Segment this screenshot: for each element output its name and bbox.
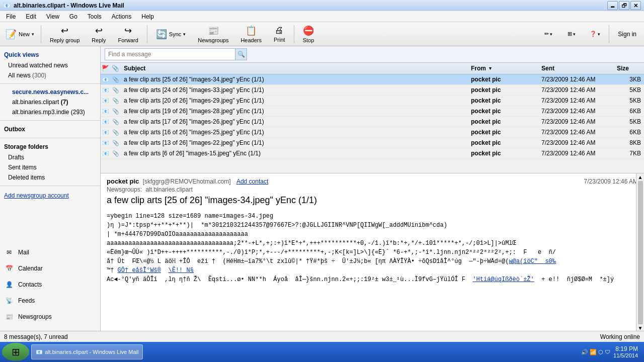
preview-add-contact-link[interactable]: Add contact xyxy=(236,178,268,185)
reply-group-button[interactable]: ↩ Reply group xyxy=(44,24,85,45)
tray-icons: 🔊 📶 ⬡ 🛡 xyxy=(581,349,610,355)
scrollbar-down-arrow[interactable]: ▼ xyxy=(638,325,643,331)
attachment-icon: 📎 xyxy=(112,108,119,114)
forward-button[interactable]: ↪ Forward xyxy=(112,24,143,45)
menu-view[interactable]: View xyxy=(42,12,63,21)
scrollbar-thumb[interactable] xyxy=(638,181,643,324)
close-button[interactable]: ✕ xyxy=(630,1,641,10)
newsgroups-button[interactable]: 📰 Newsgroups xyxy=(192,24,234,45)
stop-button[interactable]: ⛔ Stop xyxy=(297,24,320,45)
sidebar-server[interactable]: secure.news.easynews.c... xyxy=(0,87,100,97)
table-row[interactable]: 📧 📎 a few clip arts [19 of 26] "images-2… xyxy=(101,106,644,117)
sidebar-divider-3 xyxy=(0,138,100,138)
size-text: 3KB xyxy=(629,76,641,83)
attachment-icon: 📎 xyxy=(112,87,119,93)
clock-date: 11/5/2014 xyxy=(613,352,638,358)
attachment-icon: 📎 xyxy=(112,140,119,146)
size-text: 7KB xyxy=(629,150,641,157)
online-status: Working online xyxy=(600,333,640,340)
nav-mail-label: Mail xyxy=(18,249,29,256)
from-text: pocket pic xyxy=(471,97,501,104)
menu-actions[interactable]: Actions xyxy=(108,12,135,21)
row-attach: 📎 xyxy=(111,138,121,147)
add-newsgroup-link[interactable]: Add newsgroup account xyxy=(0,189,100,202)
search-button[interactable]: 🔍 xyxy=(235,48,247,60)
sidebar-item-unread-watched[interactable]: Unread watched news xyxy=(0,60,100,70)
start-button[interactable]: ⊞ xyxy=(2,343,29,361)
sign-in-button[interactable]: Sign in xyxy=(612,24,642,45)
menu-edit[interactable]: Edit xyxy=(22,12,40,21)
row-from: pocket pic xyxy=(468,74,538,84)
body-link-3[interactable]: \Ẽ!! N§ xyxy=(168,267,193,274)
header-from-col[interactable]: From ▼ xyxy=(468,63,538,74)
print-button[interactable]: 🖨 Print xyxy=(268,24,291,45)
body-link-4[interactable]: 'Htiá@úqIßðèò`±Ž' xyxy=(472,276,534,283)
from-text: pocket pic xyxy=(471,139,501,146)
table-row[interactable]: 📧 📎 a few clip arts [13 of 26] "images-2… xyxy=(101,138,644,148)
envelope-icon: 📧 xyxy=(102,108,109,114)
sync-button[interactable]: 🔄 Sync ▾ xyxy=(150,24,191,45)
nav-contacts[interactable]: 👤 Contacts xyxy=(0,278,100,292)
attachment-icon: 📎 xyxy=(112,129,119,135)
help-arrow: ▾ xyxy=(598,32,600,37)
row-icon: 📧 xyxy=(101,149,111,158)
header-subject-col[interactable]: Subject xyxy=(121,63,468,74)
new-button[interactable]: 📝 New ▾ xyxy=(2,24,38,45)
edit-toolbar-button[interactable]: ✏ ▾ xyxy=(537,24,559,45)
row-subject: a few clip arts [24 of 26] "images-33.jp… xyxy=(121,85,468,95)
layout-button[interactable]: ⊞ ▾ xyxy=(560,24,583,45)
help-button[interactable]: ❓ ▾ xyxy=(584,24,606,45)
reply-button[interactable]: ↩ Reply xyxy=(86,24,111,45)
toolbar-separator-1 xyxy=(41,25,41,43)
sidebar-item-deleted[interactable]: Deleted items xyxy=(0,172,100,183)
maximize-button[interactable]: 🗗 xyxy=(619,1,629,10)
table-row[interactable]: 📧 📎 a few clip arts [20 of 26] "images-2… xyxy=(101,96,644,106)
sidebar-item-sent[interactable]: Sent items xyxy=(0,162,100,172)
table-row[interactable]: 📧 📎 a few clip arts [24 of 26] "images-3… xyxy=(101,85,644,96)
row-sent: 7/23/2009 12:46 AM xyxy=(538,138,614,148)
sent-text: 7/23/2009 12:46 AM xyxy=(541,118,595,125)
table-row[interactable]: 📧 📎 a few clip arts [17 of 26] "images-2… xyxy=(101,117,644,127)
message-list-header: 🚩 📎 Subject From ▼ Sent Size xyxy=(101,63,644,74)
body-link-2[interactable]: GÔ† eåšÎ°Wš® xyxy=(118,267,161,274)
taskbar-app-button[interactable]: 📧 alt.binaries.clipart - Windows Live Ma… xyxy=(31,344,143,359)
header-sent-col[interactable]: Sent xyxy=(538,63,614,74)
menu-go[interactable]: Go xyxy=(65,12,82,21)
header-size-col[interactable]: Size xyxy=(614,63,644,74)
message-area: 🔍 🚩 📎 Subject From ▼ Sent Size 📧 📎 xyxy=(101,46,644,331)
sidebar-item-alt-binaries-mp3-indie[interactable]: alt.binaries.mp3.indie (293) xyxy=(0,107,100,117)
row-size: 6KB xyxy=(614,106,644,116)
sidebar-item-all-news[interactable]: All news (300) xyxy=(0,70,100,80)
search-input[interactable] xyxy=(105,48,235,60)
row-sent: 7/23/2009 12:46 AM xyxy=(538,74,614,84)
edit-toolbar-icon: ✏ xyxy=(544,31,549,37)
message-list: 🚩 📎 Subject From ▼ Sent Size 📧 📎 a few c… xyxy=(101,63,644,173)
preview-scrollbar[interactable]: ▲ ▼ xyxy=(636,173,644,331)
nav-newsgroups[interactable]: 📰 Newsgroups xyxy=(0,310,100,324)
sidebar-item-drafts[interactable]: Drafts xyxy=(0,152,100,162)
nav-feeds[interactable]: 📡 Feeds xyxy=(0,294,100,308)
header-attach-col: 📎 xyxy=(111,63,121,74)
size-text: 6KB xyxy=(629,129,641,136)
outbox-label[interactable]: Outbox xyxy=(0,124,100,135)
nav-mail[interactable]: ✉ Mail xyxy=(0,245,100,259)
sidebar-item-alt-binaries-clipart[interactable]: alt.binaries.clipart (7) xyxy=(0,97,100,107)
table-row[interactable]: 📧 📎 a few clip arts [25 of 26] "images-3… xyxy=(101,74,644,85)
table-row[interactable]: 📧 📎 a few clip arts [16 of 26] "images-2… xyxy=(101,127,644,138)
body-link-1[interactable]: w@a(îöC" s0‰ xyxy=(509,258,556,265)
row-subject: a few clip arts [20 of 26] "images-29.jp… xyxy=(121,96,468,106)
clock-display: 8:19 PM 11/5/2014 xyxy=(613,345,638,358)
menu-file[interactable]: File xyxy=(2,12,20,21)
menu-tools[interactable]: Tools xyxy=(84,12,106,21)
nav-calendar[interactable]: 📅 Calendar xyxy=(0,261,100,276)
size-text: 8KB xyxy=(629,139,641,146)
nav-contacts-label: Contacts xyxy=(18,281,42,288)
menu-help[interactable]: Help xyxy=(137,12,158,21)
statusbar: 8 message(s), 7 unread Working online xyxy=(0,331,644,342)
scrollbar-up-arrow[interactable]: ▲ xyxy=(638,174,643,180)
minimize-button[interactable]: 🗕 xyxy=(607,1,618,10)
size-text: 5KB xyxy=(629,97,641,104)
row-from: pocket pic xyxy=(468,148,538,158)
headers-button[interactable]: 📋 Headers xyxy=(235,24,267,45)
table-row[interactable]: 📧 📎 a few clip arts [6 of 26] "images-15… xyxy=(101,148,644,159)
